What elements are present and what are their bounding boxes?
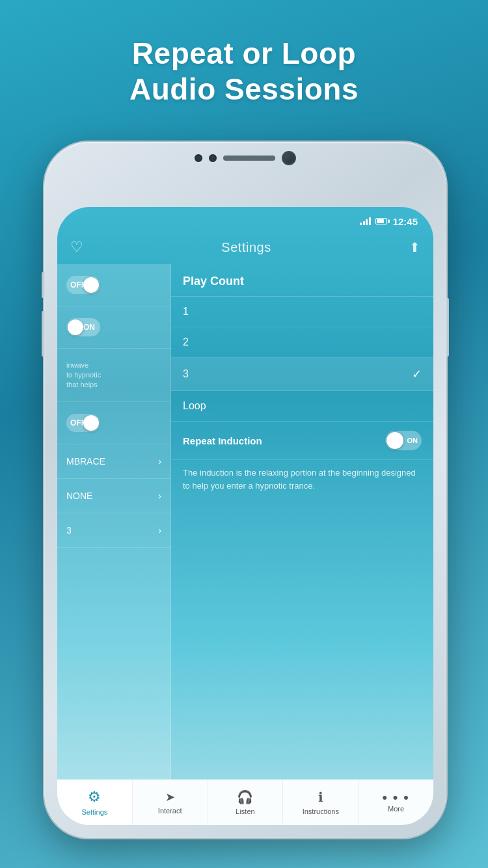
sidebar-description-row: inwaveto hypnoticthat helps (57, 349, 170, 402)
repeat-induction-row: Repeat Induction ON (171, 422, 433, 460)
sidebar-mbrace-row[interactable]: MBRACE › (57, 444, 170, 479)
play-count-item-loop[interactable]: Loop (171, 391, 433, 422)
nav-item-settings[interactable]: ⚙ Settings (57, 780, 133, 825)
front-camera-dot (195, 154, 202, 162)
hero-title: Repeat or Loop Audio Sessions (0, 36, 488, 107)
play-count-label-2: 2 (183, 336, 189, 348)
hero-line1: Repeat or Loop (132, 36, 356, 70)
induction-description: The induction is the relaxing portion at… (171, 460, 433, 502)
sidebar-row-right-1: MBRACE › (66, 456, 161, 467)
header-title: Settings (221, 240, 271, 255)
app-header: ♡ Settings ⬆ (57, 230, 433, 264)
nav-item-interact[interactable]: ➤ Interact (133, 780, 208, 825)
nav-label-instructions: Instructions (303, 807, 339, 815)
repeat-induction-label: Repeat Induction (183, 435, 262, 446)
status-icons: 12:45 (360, 216, 418, 227)
status-bar: 12:45 (57, 212, 433, 230)
share-icon[interactable]: ⬆ (409, 239, 420, 255)
toggle-off-1[interactable]: OFF (66, 276, 100, 294)
chevron-icon-3: › (158, 525, 161, 536)
volume-up-button (42, 272, 45, 298)
sidebar-none-row[interactable]: NONE › (57, 479, 170, 513)
signal-bar-1 (360, 223, 362, 225)
left-panel: OFF ON inwaveto hypnoticthat helps (57, 264, 171, 780)
heart-icon[interactable]: ♡ (70, 239, 83, 256)
sidebar-description: inwaveto hypnoticthat helps (66, 360, 101, 390)
phone-shell: 12:45 ♡ Settings ⬆ OFF (44, 142, 446, 838)
speaker-grille (223, 156, 275, 161)
signal-bar-2 (363, 221, 365, 225)
toggle-circle-3 (83, 415, 99, 431)
toggle-pill[interactable]: ON (385, 431, 422, 450)
count-value: 3 (66, 525, 72, 536)
hero-line2: Audio Sessions (129, 72, 359, 106)
nav-label-listen: Listen (236, 807, 254, 815)
play-count-item-2[interactable]: 2 (171, 327, 433, 358)
power-button (446, 298, 449, 357)
mbrace-value: MBRACE (66, 456, 105, 467)
phone-top-bar (195, 151, 296, 165)
signal-bar-3 (366, 219, 368, 225)
nav-label-settings: Settings (82, 808, 108, 816)
sidebar-toggle-off-row: OFF (57, 264, 170, 306)
repeat-induction-toggle[interactable]: ON (385, 431, 422, 450)
sidebar-row-right-2: NONE › (66, 491, 161, 501)
content-area: OFF ON inwaveto hypnoticthat helps (57, 264, 433, 780)
checkmark-icon: ✓ (412, 367, 422, 381)
nav-item-instructions[interactable]: ℹ Instructions (283, 780, 359, 825)
nav-item-listen[interactable]: 🎧 Listen (208, 780, 284, 825)
battery-fill (377, 219, 384, 223)
chevron-icon-1: › (158, 456, 161, 467)
toggle-on-label-1: ON (83, 323, 95, 332)
instructions-icon: ℹ (318, 789, 323, 805)
signal-bars (360, 217, 371, 225)
nav-label-more: More (388, 805, 404, 813)
play-count-item-3[interactable]: 3 ✓ (171, 358, 433, 391)
settings-icon: ⚙ (88, 789, 101, 806)
more-icon: ● ● ● (382, 792, 410, 802)
toggle-on-text: ON (407, 437, 418, 444)
listen-icon: 🎧 (237, 789, 253, 805)
nav-label-interact: Interact (158, 807, 182, 815)
toggle-on-1[interactable]: ON (66, 318, 100, 336)
rear-camera-lens (282, 151, 296, 165)
play-count-label-1: 1 (183, 306, 189, 318)
play-count-label-3: 3 (183, 368, 189, 380)
nav-item-more[interactable]: ● ● ● More (359, 780, 433, 825)
none-value: NONE (66, 491, 92, 501)
volume-down-button (42, 311, 45, 357)
toggle-circle-2 (68, 319, 83, 335)
status-time: 12:45 (393, 216, 418, 227)
sidebar-toggle-off-row-2: OFF (57, 402, 170, 444)
toggle-off-2[interactable]: OFF (66, 414, 100, 432)
bottom-nav: ⚙ Settings ➤ Interact 🎧 Listen ℹ Instruc… (57, 780, 433, 825)
chevron-icon-2: › (158, 491, 161, 501)
sidebar-toggle-on-row: ON (57, 306, 170, 349)
right-panel: Play Count 1 2 3 ✓ Loop Repeat Inductio (171, 264, 433, 780)
toggle-circle-1 (83, 277, 99, 293)
phone-screen: 12:45 ♡ Settings ⬆ OFF (57, 207, 433, 825)
signal-bar-4 (369, 217, 371, 225)
front-camera-dot2 (209, 154, 217, 162)
sidebar-row-right-3: 3 › (66, 525, 161, 536)
sidebar-3-row[interactable]: 3 › (57, 513, 170, 548)
interact-icon: ➤ (165, 790, 175, 804)
play-count-label-loop: Loop (183, 400, 206, 412)
toggle-knob (386, 432, 403, 449)
battery-icon (375, 218, 387, 224)
play-count-header: Play Count (171, 264, 433, 297)
play-count-item-1[interactable]: 1 (171, 297, 433, 327)
